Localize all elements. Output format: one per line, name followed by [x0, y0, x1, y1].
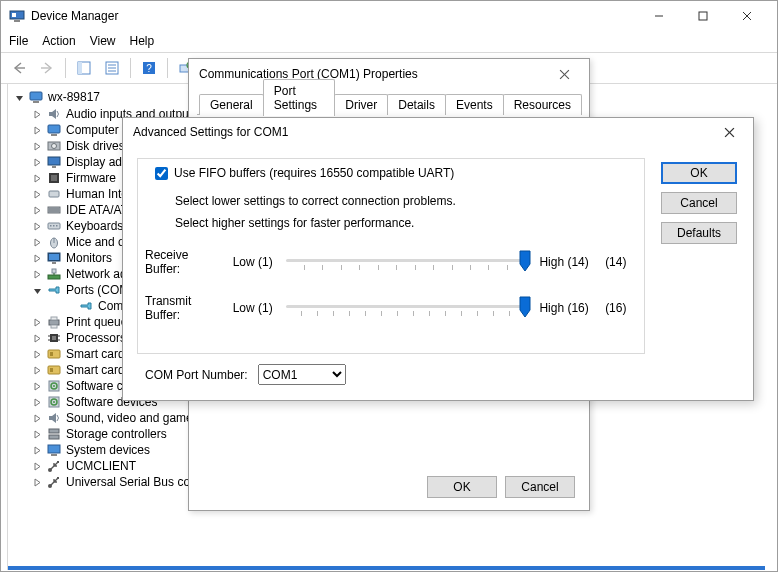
usb-icon [46, 458, 62, 474]
advanced-settings-dialog: Advanced Settings for COM1 Use FIFO buff… [122, 117, 754, 401]
menu-help[interactable]: Help [130, 34, 155, 48]
ide-icon [46, 202, 62, 218]
com-port-row: COM Port Number: COM1 [145, 364, 346, 385]
advanced-close-button[interactable] [715, 118, 743, 146]
svg-rect-74 [57, 461, 59, 463]
svg-rect-27 [51, 134, 57, 136]
titlebar[interactable]: Device Manager [1, 1, 777, 31]
tree-item-label: UCMCLIENT [66, 459, 136, 473]
tree-item-label: Disk drives [66, 139, 125, 153]
show-hidden-button[interactable] [72, 56, 96, 80]
tab-resources[interactable]: Resources [503, 94, 582, 115]
computer-icon [46, 122, 62, 138]
svg-rect-46 [52, 262, 56, 264]
expand-icon[interactable] [32, 478, 42, 487]
advanced-title: Advanced Settings for COM1 [133, 125, 288, 139]
use-fifo-input[interactable] [155, 167, 168, 180]
tree-selection-bar [8, 566, 765, 570]
minimize-button[interactable] [637, 1, 681, 31]
svg-rect-50 [49, 320, 59, 325]
tab-events[interactable]: Events [445, 94, 504, 115]
svg-rect-76 [57, 477, 59, 479]
use-fifo-checkbox[interactable]: Use FIFO buffers (requires 16550 compati… [155, 166, 454, 180]
svg-rect-60 [50, 352, 53, 356]
expand-icon[interactable] [32, 206, 42, 215]
expand-icon[interactable] [32, 190, 42, 199]
window-title: Device Manager [31, 9, 118, 23]
expand-icon[interactable] [32, 462, 42, 471]
expand-icon[interactable] [32, 126, 42, 135]
expand-icon[interactable] [32, 110, 42, 119]
receive-buffer-slider[interactable] [286, 251, 525, 273]
expand-icon[interactable] [32, 398, 42, 407]
expand-icon[interactable] [32, 254, 42, 263]
svg-point-29 [52, 144, 57, 149]
svg-rect-70 [49, 435, 59, 439]
properties-titlebar[interactable]: Communications Port (COM1) Properties [189, 59, 589, 89]
svg-rect-4 [699, 12, 707, 20]
svg-rect-31 [52, 166, 56, 168]
tab-port-settings[interactable]: Port Settings [263, 79, 336, 116]
expand-icon[interactable] [32, 382, 42, 391]
keyboard-icon [46, 218, 62, 234]
display-icon [46, 154, 62, 170]
expand-icon[interactable] [32, 334, 42, 343]
svg-rect-62 [50, 368, 53, 372]
tab-driver[interactable]: Driver [334, 94, 388, 115]
receive-slider-thumb[interactable] [519, 250, 531, 272]
nav-back-button[interactable] [7, 56, 31, 80]
svg-rect-54 [52, 336, 56, 340]
expand-icon[interactable] [32, 286, 42, 295]
menu-file[interactable]: File [9, 34, 28, 48]
properties-close-button[interactable] [549, 59, 579, 89]
expand-icon[interactable] [32, 366, 42, 375]
advanced-defaults-button[interactable]: Defaults [661, 222, 737, 244]
menu-view[interactable]: View [90, 34, 116, 48]
svg-rect-34 [49, 191, 59, 197]
svg-rect-61 [48, 366, 60, 374]
expand-icon[interactable] [32, 238, 42, 247]
transmit-buffer-slider[interactable] [286, 297, 525, 319]
svg-rect-25 [33, 101, 39, 103]
expand-icon[interactable] [32, 270, 42, 279]
expand-icon[interactable] [32, 222, 42, 231]
advanced-ok-button[interactable]: OK [661, 162, 737, 184]
expand-icon[interactable] [32, 174, 42, 183]
advanced-titlebar[interactable]: Advanced Settings for COM1 [123, 118, 753, 146]
expand-icon[interactable] [32, 318, 42, 327]
transmit-low-label: Low (1) [233, 301, 281, 315]
transmit-value: (16) [605, 301, 635, 315]
tab-general[interactable]: General [199, 94, 264, 115]
com-port-select[interactable]: COM1 [258, 364, 346, 385]
expand-icon[interactable] [14, 92, 24, 102]
tree-item-label: Storage controllers [66, 427, 167, 441]
help-button[interactable]: ? [137, 56, 161, 80]
firmware-icon [46, 170, 62, 186]
use-fifo-label: Use FIFO buffers (requires 16550 compati… [174, 166, 454, 180]
tab-details[interactable]: Details [387, 94, 446, 115]
expand-icon[interactable] [32, 350, 42, 359]
transmit-slider-thumb[interactable] [519, 296, 531, 318]
maximize-button[interactable] [681, 1, 725, 31]
advanced-cancel-button[interactable]: Cancel [661, 192, 737, 214]
cpu-icon [46, 330, 62, 346]
expand-icon[interactable] [32, 446, 42, 455]
svg-rect-2 [14, 20, 20, 22]
computer-icon [28, 89, 44, 105]
monitor-icon [46, 250, 62, 266]
expand-icon[interactable] [32, 430, 42, 439]
expand-icon[interactable] [32, 158, 42, 167]
tree-item-label: Computer [66, 123, 119, 137]
expand-icon[interactable] [32, 414, 42, 423]
close-button[interactable] [725, 1, 769, 31]
transmit-buffer-label: Transmit Buffer: [145, 294, 227, 322]
svg-rect-51 [51, 317, 57, 320]
expand-icon[interactable] [32, 142, 42, 151]
properties-ok-button[interactable]: OK [427, 476, 497, 498]
properties-button[interactable] [100, 56, 124, 80]
svg-rect-48 [52, 269, 56, 273]
nav-forward-button[interactable] [35, 56, 59, 80]
svg-rect-1 [12, 13, 16, 17]
menu-action[interactable]: Action [42, 34, 75, 48]
properties-cancel-button[interactable]: Cancel [505, 476, 575, 498]
